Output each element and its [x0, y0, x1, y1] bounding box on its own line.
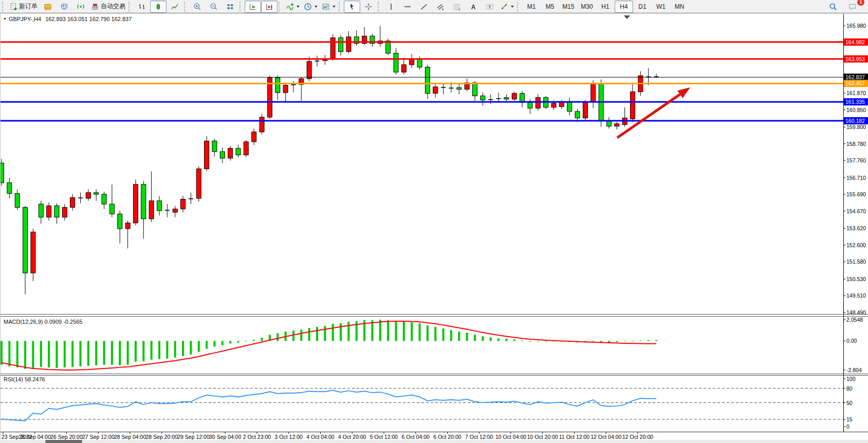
- text-button[interactable]: A: [465, 1, 482, 13]
- trend-arrow[interactable]: [617, 87, 690, 138]
- horizontal-lines[interactable]: 164.982163.953162.837162.457161.335160.1…: [1, 39, 868, 124]
- cursor-button[interactable]: [344, 1, 360, 13]
- new-order-button[interactable]: 新订单: [7, 1, 40, 13]
- chart-shift-button[interactable]: [261, 1, 278, 13]
- chart-shift-marker[interactable]: [624, 15, 630, 19]
- toolbar-group-handle[interactable]: [128, 2, 132, 12]
- scrollbar-thumb[interactable]: [45, 440, 82, 443]
- tf-d1[interactable]: D1: [633, 1, 652, 13]
- label-button[interactable]: T: [482, 1, 498, 13]
- svg-text:7 Oct 12:00: 7 Oct 12:00: [465, 434, 493, 440]
- svg-text:-2.804: -2.804: [846, 367, 862, 373]
- chevron-down-icon: [297, 6, 300, 8]
- vline-icon: [387, 3, 395, 11]
- zoom-out-button[interactable]: [206, 1, 222, 13]
- robot-icon: [91, 3, 99, 11]
- monitor-icon: [60, 3, 68, 11]
- chart-window[interactable]: 164.982163.953162.837162.457161.335160.1…: [0, 13, 868, 443]
- candles-layer: [1, 26, 659, 294]
- search-button[interactable]: [825, 1, 841, 13]
- svg-text:27 Sep 12:00: 27 Sep 12:00: [82, 434, 115, 440]
- notifications-button[interactable]: 1: [844, 1, 861, 13]
- textA-icon: A: [469, 3, 477, 11]
- bars-icon: [138, 3, 146, 11]
- labelT-icon: T: [486, 3, 494, 11]
- svg-text:F: F: [459, 8, 461, 11]
- symbol-dropdown-icon[interactable]: ▼: [3, 17, 7, 21]
- macd-panel: 2.05480.00-2.804: [1, 317, 863, 373]
- tf-m30[interactable]: M30: [578, 1, 596, 13]
- auto-scroll-button[interactable]: [245, 1, 261, 13]
- profile-button[interactable]: [56, 1, 72, 13]
- toolbar-group-handle[interactable]: [279, 2, 282, 12]
- bar-chart-button[interactable]: [134, 1, 150, 13]
- tf-m15[interactable]: M15: [559, 1, 578, 13]
- shapes-button[interactable]: [498, 1, 516, 13]
- svg-text:149.510: 149.510: [846, 292, 866, 299]
- svg-text:151.580: 151.580: [846, 259, 866, 265]
- price-axis: 165.980161.870160.850159.800158.780157.7…: [843, 23, 866, 316]
- autotrading-button[interactable]: 自动交易: [89, 1, 127, 13]
- tile-windows-button[interactable]: [222, 1, 238, 13]
- chart-canvas[interactable]: 164.982163.953162.837162.457161.335160.1…: [1, 13, 868, 443]
- line-chart-button[interactable]: [167, 1, 183, 13]
- tiles-icon: [226, 3, 234, 11]
- tf-m5[interactable]: M5: [541, 1, 559, 13]
- clock-icon: [304, 3, 312, 11]
- toolbar-group-handle[interactable]: [339, 2, 342, 12]
- fibo-icon: F: [453, 3, 461, 11]
- vertical-line-button[interactable]: [383, 1, 399, 13]
- svg-text:28 Sep 20:00: 28 Sep 20:00: [146, 434, 178, 440]
- chat-icon: [848, 3, 857, 11]
- svg-text:26 Sep 20:00: 26 Sep 20:00: [50, 434, 83, 440]
- tf-m1[interactable]: M1: [522, 1, 541, 13]
- signals-button[interactable]: [72, 1, 89, 13]
- svg-text:4 Oct 20:00: 4 Oct 20:00: [338, 434, 366, 440]
- svg-text:155.690: 155.690: [846, 191, 866, 197]
- rsi-panel: 1008050150: [1, 376, 856, 430]
- periods-menu-button[interactable]: [302, 1, 320, 13]
- tf-mn[interactable]: MN: [670, 1, 689, 13]
- cursor-icon: [348, 3, 356, 11]
- trendline-button[interactable]: [416, 1, 432, 13]
- svg-text:12 Oct 20:00: 12 Oct 20:00: [622, 434, 653, 440]
- svg-text:6 Oct 20:00: 6 Oct 20:00: [433, 434, 461, 440]
- tf-h4[interactable]: H4: [615, 1, 633, 13]
- svg-text:2.0548: 2.0548: [846, 317, 863, 323]
- market-book-button[interactable]: [40, 1, 56, 13]
- svg-text:T: T: [489, 4, 491, 9]
- tf-w1[interactable]: W1: [652, 1, 670, 13]
- crosshair-button[interactable]: [360, 1, 377, 13]
- rsi-indicator-label: RSI(14) 58.2476: [4, 376, 45, 382]
- svg-text:12 Oct 04:00: 12 Oct 04:00: [590, 434, 621, 440]
- candlestick-button[interactable]: [150, 1, 167, 13]
- horizontal-scrollbar[interactable]: [0, 440, 868, 443]
- chevron-down-icon: [333, 6, 336, 8]
- svg-text:150.530: 150.530: [846, 276, 866, 282]
- svg-text:10 Oct 04:00: 10 Oct 04:00: [495, 434, 526, 440]
- autoscroll-icon: [249, 3, 257, 11]
- toolbar-group-handle[interactable]: [378, 2, 381, 12]
- svg-text:162.457: 162.457: [845, 80, 865, 86]
- svg-text:161.870: 161.870: [846, 90, 866, 96]
- svg-text:100: 100: [846, 376, 856, 382]
- svg-text:156.710: 156.710: [846, 175, 866, 181]
- indicators-menu-button[interactable]: [284, 1, 302, 13]
- toolbar-group-handle[interactable]: [2, 2, 5, 12]
- toolbar-group-handle[interactable]: [184, 2, 187, 12]
- signal-icon: [77, 3, 85, 11]
- zoom-in-button[interactable]: [189, 1, 206, 13]
- crosshair-icon: [364, 3, 373, 11]
- toolbar-group-handle[interactable]: [517, 2, 520, 12]
- channel-button[interactable]: E: [432, 1, 449, 13]
- fibonacci-button[interactable]: F: [449, 1, 465, 13]
- toolbar-group-handle[interactable]: [239, 2, 243, 12]
- svg-text:163.953: 163.953: [845, 56, 865, 62]
- horizontal-line-button[interactable]: [399, 1, 416, 13]
- tf-h1[interactable]: H1: [596, 1, 615, 13]
- svg-text:30 Sep 04:00: 30 Sep 04:00: [209, 434, 242, 440]
- svg-text:159.800: 159.800: [846, 124, 866, 130]
- templates-menu-button[interactable]: [320, 1, 338, 13]
- svg-text:10 Oct 20:00: 10 Oct 20:00: [527, 434, 558, 440]
- svg-text:50: 50: [846, 400, 853, 406]
